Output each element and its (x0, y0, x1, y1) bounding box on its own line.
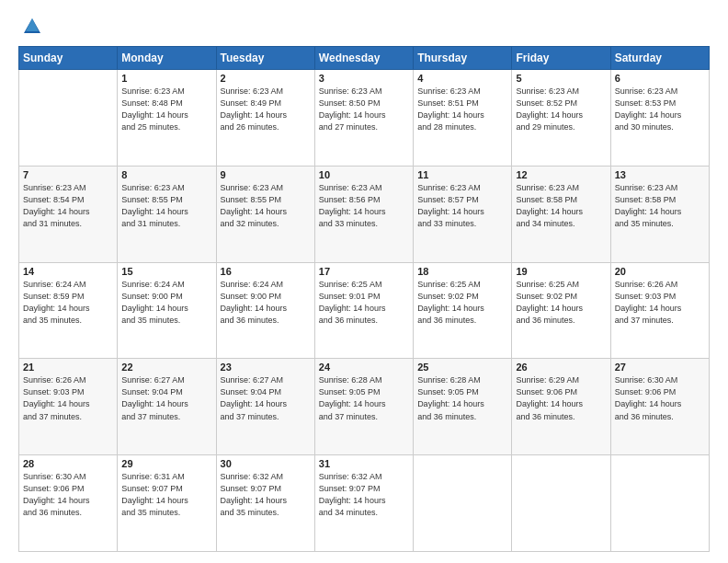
calendar-cell: 31Sunrise: 6:32 AM Sunset: 9:07 PM Dayli… (314, 455, 413, 552)
calendar-week-row: 28Sunrise: 6:30 AM Sunset: 9:06 PM Dayli… (19, 455, 710, 552)
calendar-cell: 28Sunrise: 6:30 AM Sunset: 9:06 PM Dayli… (19, 455, 118, 552)
day-info: Sunrise: 6:23 AM Sunset: 8:49 PM Dayligh… (221, 86, 311, 133)
calendar-cell: 6Sunrise: 6:23 AM Sunset: 8:53 PM Daylig… (610, 70, 709, 167)
calendar-week-row: 1Sunrise: 6:23 AM Sunset: 8:48 PM Daylig… (19, 70, 710, 167)
calendar-cell: 23Sunrise: 6:27 AM Sunset: 9:04 PM Dayli… (216, 359, 314, 455)
calendar-cell: 16Sunrise: 6:24 AM Sunset: 9:00 PM Dayli… (216, 262, 314, 359)
calendar-cell: 9Sunrise: 6:23 AM Sunset: 8:55 PM Daylig… (216, 166, 314, 262)
calendar-weekday-friday: Friday (512, 47, 610, 70)
page: SundayMondayTuesdayWednesdayThursdayFrid… (0, 0, 728, 563)
day-info: Sunrise: 6:23 AM Sunset: 8:58 PM Dayligh… (615, 182, 705, 230)
calendar-weekday-monday: Monday (118, 47, 216, 70)
calendar-week-row: 14Sunrise: 6:24 AM Sunset: 8:59 PM Dayli… (19, 262, 710, 359)
calendar-cell (19, 70, 118, 167)
day-info: Sunrise: 6:23 AM Sunset: 8:56 PM Dayligh… (319, 182, 409, 230)
day-info: Sunrise: 6:23 AM Sunset: 8:50 PM Dayligh… (319, 86, 409, 133)
day-number: 7 (23, 169, 113, 180)
day-number: 12 (516, 169, 606, 180)
day-number: 15 (121, 266, 211, 277)
day-info: Sunrise: 6:27 AM Sunset: 9:04 PM Dayligh… (121, 374, 211, 422)
day-info: Sunrise: 6:23 AM Sunset: 8:55 PM Dayligh… (221, 182, 311, 230)
calendar-cell: 15Sunrise: 6:24 AM Sunset: 9:00 PM Dayli… (118, 262, 216, 359)
calendar-cell: 21Sunrise: 6:26 AM Sunset: 9:03 PM Dayli… (19, 359, 118, 455)
day-number: 26 (516, 362, 606, 373)
calendar-cell: 20Sunrise: 6:26 AM Sunset: 9:03 PM Dayli… (610, 262, 709, 359)
day-number: 31 (319, 458, 409, 469)
day-number: 5 (516, 73, 606, 84)
day-number: 9 (221, 169, 311, 180)
day-number: 22 (121, 362, 211, 373)
day-number: 8 (121, 169, 211, 180)
day-number: 20 (615, 266, 705, 277)
day-number: 4 (417, 73, 507, 84)
calendar-cell: 24Sunrise: 6:28 AM Sunset: 9:05 PM Dayli… (314, 359, 413, 455)
header (18, 17, 710, 37)
calendar-cell: 3Sunrise: 6:23 AM Sunset: 8:50 PM Daylig… (314, 70, 413, 167)
day-number: 29 (121, 458, 211, 469)
calendar-weekday-sunday: Sunday (19, 47, 118, 70)
day-info: Sunrise: 6:23 AM Sunset: 8:48 PM Dayligh… (121, 86, 211, 133)
calendar-week-row: 21Sunrise: 6:26 AM Sunset: 9:03 PM Dayli… (19, 359, 710, 455)
day-info: Sunrise: 6:24 AM Sunset: 9:00 PM Dayligh… (121, 279, 211, 327)
day-number: 23 (221, 362, 311, 373)
day-info: Sunrise: 6:28 AM Sunset: 9:05 PM Dayligh… (319, 374, 409, 422)
calendar-cell: 27Sunrise: 6:30 AM Sunset: 9:06 PM Dayli… (610, 359, 709, 455)
day-info: Sunrise: 6:27 AM Sunset: 9:04 PM Dayligh… (221, 374, 311, 422)
day-number: 3 (319, 73, 409, 84)
calendar-cell: 12Sunrise: 6:23 AM Sunset: 8:58 PM Dayli… (512, 166, 610, 262)
day-info: Sunrise: 6:29 AM Sunset: 9:06 PM Dayligh… (516, 374, 606, 422)
calendar-cell: 14Sunrise: 6:24 AM Sunset: 8:59 PM Dayli… (19, 262, 118, 359)
calendar-header-row: SundayMondayTuesdayWednesdayThursdayFrid… (19, 47, 710, 70)
day-info: Sunrise: 6:23 AM Sunset: 8:51 PM Dayligh… (417, 86, 507, 133)
day-number: 11 (417, 169, 507, 180)
calendar-weekday-wednesday: Wednesday (314, 47, 413, 70)
calendar-cell (512, 455, 610, 552)
day-number: 27 (615, 362, 705, 373)
day-info: Sunrise: 6:26 AM Sunset: 9:03 PM Dayligh… (615, 279, 705, 327)
day-number: 2 (221, 73, 311, 84)
calendar-cell: 4Sunrise: 6:23 AM Sunset: 8:51 PM Daylig… (414, 70, 512, 167)
day-number: 30 (221, 458, 311, 469)
day-info: Sunrise: 6:25 AM Sunset: 9:02 PM Dayligh… (516, 279, 606, 327)
calendar-cell: 2Sunrise: 6:23 AM Sunset: 8:49 PM Daylig… (216, 70, 314, 167)
day-number: 19 (516, 266, 606, 277)
calendar-cell: 30Sunrise: 6:32 AM Sunset: 9:07 PM Dayli… (216, 455, 314, 552)
calendar-cell: 22Sunrise: 6:27 AM Sunset: 9:04 PM Dayli… (118, 359, 216, 455)
day-info: Sunrise: 6:25 AM Sunset: 9:01 PM Dayligh… (319, 279, 409, 327)
calendar-cell: 11Sunrise: 6:23 AM Sunset: 8:57 PM Dayli… (414, 166, 512, 262)
logo-icon (22, 17, 42, 37)
calendar-cell: 5Sunrise: 6:23 AM Sunset: 8:52 PM Daylig… (512, 70, 610, 167)
day-info: Sunrise: 6:25 AM Sunset: 9:02 PM Dayligh… (417, 279, 507, 327)
day-info: Sunrise: 6:32 AM Sunset: 9:07 PM Dayligh… (221, 471, 311, 519)
day-info: Sunrise: 6:24 AM Sunset: 9:00 PM Dayligh… (221, 279, 311, 327)
calendar-cell: 29Sunrise: 6:31 AM Sunset: 9:07 PM Dayli… (118, 455, 216, 552)
calendar-cell (414, 455, 512, 552)
day-number: 25 (417, 362, 507, 373)
day-info: Sunrise: 6:23 AM Sunset: 8:55 PM Dayligh… (121, 182, 211, 230)
day-number: 10 (319, 169, 409, 180)
calendar-cell: 13Sunrise: 6:23 AM Sunset: 8:58 PM Dayli… (610, 166, 709, 262)
day-info: Sunrise: 6:23 AM Sunset: 8:53 PM Dayligh… (615, 86, 705, 133)
day-info: Sunrise: 6:31 AM Sunset: 9:07 PM Dayligh… (121, 471, 211, 519)
day-number: 6 (615, 73, 705, 84)
calendar-table: SundayMondayTuesdayWednesdayThursdayFrid… (18, 46, 710, 552)
calendar-cell: 18Sunrise: 6:25 AM Sunset: 9:02 PM Dayli… (414, 262, 512, 359)
calendar-cell: 7Sunrise: 6:23 AM Sunset: 8:54 PM Daylig… (19, 166, 118, 262)
day-number: 28 (23, 458, 113, 469)
calendar-weekday-saturday: Saturday (610, 47, 709, 70)
day-info: Sunrise: 6:32 AM Sunset: 9:07 PM Dayligh… (319, 471, 409, 519)
day-info: Sunrise: 6:24 AM Sunset: 8:59 PM Dayligh… (23, 279, 113, 327)
day-number: 13 (615, 169, 705, 180)
day-number: 16 (221, 266, 311, 277)
day-number: 1 (121, 73, 211, 84)
calendar-week-row: 7Sunrise: 6:23 AM Sunset: 8:54 PM Daylig… (19, 166, 710, 262)
calendar-weekday-thursday: Thursday (414, 47, 512, 70)
day-info: Sunrise: 6:30 AM Sunset: 9:06 PM Dayligh… (615, 374, 705, 422)
day-number: 21 (23, 362, 113, 373)
day-info: Sunrise: 6:26 AM Sunset: 9:03 PM Dayligh… (23, 374, 113, 422)
day-info: Sunrise: 6:30 AM Sunset: 9:06 PM Dayligh… (23, 471, 113, 519)
day-number: 18 (417, 266, 507, 277)
calendar-cell: 25Sunrise: 6:28 AM Sunset: 9:05 PM Dayli… (414, 359, 512, 455)
day-info: Sunrise: 6:28 AM Sunset: 9:05 PM Dayligh… (417, 374, 507, 422)
day-info: Sunrise: 6:23 AM Sunset: 8:57 PM Dayligh… (417, 182, 507, 230)
